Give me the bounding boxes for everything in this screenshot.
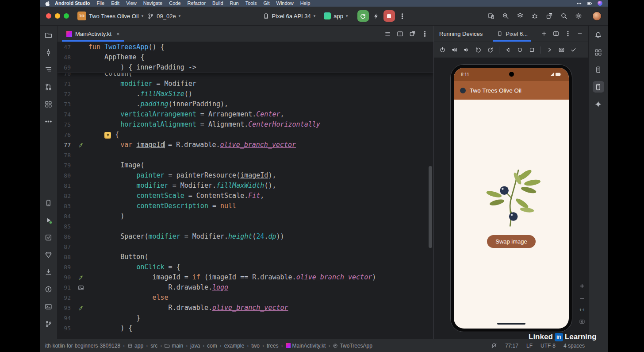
nav-back-icon[interactable] [505, 46, 511, 53]
tool-project-folder[interactable] [43, 29, 54, 41]
breadcrumb-item-ith-kotlin-for-beginners-3809128[interactable]: ith-kotlin-for-beginners-3809128 [45, 343, 120, 349]
profiler-icon[interactable] [531, 12, 538, 19]
close-window-button[interactable] [46, 13, 51, 19]
tool-problems[interactable] [43, 283, 54, 295]
gutter-image-icon[interactable] [76, 282, 86, 293]
line-number[interactable]: 83 [58, 201, 76, 211]
apply-changes-button[interactable] [373, 13, 380, 19]
tool-device-explorer-right[interactable] [593, 64, 604, 75]
user-avatar[interactable] [592, 12, 602, 21]
siri-icon[interactable] [598, 1, 602, 6]
power-icon[interactable] [439, 46, 446, 53]
tool-pull-requests[interactable] [43, 81, 54, 93]
device-selector[interactable]: Pixel 6a API 34 ▾ [263, 13, 316, 19]
line-number[interactable]: 87 [58, 242, 76, 252]
editor-scrollbar[interactable] [429, 166, 432, 248]
line-ending[interactable]: LF [526, 343, 533, 349]
minimize-window-button[interactable] [55, 13, 60, 19]
rotate-right-icon[interactable] [487, 46, 494, 53]
device-tab-pixel6[interactable]: Pixel 6... [492, 26, 532, 42]
code-editor[interactable]: 47fun TwoTreesApp() {48 AppTheme {69 ) {… [58, 42, 433, 339]
branch-selector[interactable]: 09_02e ▾ [147, 13, 180, 19]
line-number[interactable]: 80 [58, 170, 76, 181]
build-variants-icon[interactable] [517, 12, 524, 19]
breadcrumb-item-main[interactable]: main [165, 343, 183, 349]
tool-services[interactable] [43, 98, 54, 110]
menu-tools[interactable]: Tools [245, 0, 257, 7]
cursor-position[interactable]: 77:17 [505, 343, 518, 349]
line-number[interactable]: 95 [58, 323, 76, 333]
tool-app-quality[interactable] [43, 249, 54, 260]
line-number[interactable]: 47 [58, 42, 76, 52]
tool-gemini[interactable] [593, 98, 604, 110]
rerun-button[interactable] [357, 10, 369, 22]
breadcrumb-item-trees[interactable]: trees [267, 343, 279, 349]
menu-run[interactable]: Run [230, 0, 239, 7]
line-number[interactable]: 78 [58, 150, 76, 160]
minus-icon[interactable] [577, 31, 583, 37]
tool-todo[interactable] [43, 232, 54, 243]
breadcrumb-item-java[interactable]: java [190, 343, 200, 349]
breadcrumb-item-com[interactable]: com [207, 343, 217, 349]
line-number[interactable]: 48 [58, 52, 76, 62]
more-icon[interactable] [576, 1, 582, 6]
split-icon[interactable] [553, 31, 559, 37]
gutter-vector-icon[interactable] [76, 303, 86, 313]
breadcrumb-item-example[interactable]: example [224, 343, 244, 349]
screenshot-button[interactable] [579, 318, 585, 325]
stop-button[interactable] [383, 10, 395, 22]
kebab-icon[interactable] [422, 31, 428, 37]
menu-git[interactable]: Git [263, 0, 269, 7]
phone-screen[interactable]: 8:11 Two Trees Olive Oil [454, 68, 569, 329]
line-number[interactable]: 85 [58, 221, 76, 232]
encoding[interactable]: UTF-8 [540, 343, 556, 349]
line-number[interactable]: 79 [58, 160, 76, 170]
rotate-left-icon[interactable] [475, 46, 482, 53]
tool-notifications[interactable] [593, 29, 604, 41]
gutter-vector-icon[interactable] [76, 272, 86, 282]
line-number[interactable]: 77 [58, 140, 76, 150]
line-number[interactable]: 74 [58, 109, 76, 120]
swap-image-button[interactable]: Swap image [487, 235, 536, 248]
menu-view[interactable]: View [126, 0, 137, 7]
close-tab-icon[interactable]: × [116, 31, 120, 37]
line-number[interactable]: 70 [58, 73, 76, 79]
kebab-icon[interactable] [565, 31, 571, 37]
line-number[interactable]: 93 [58, 303, 76, 313]
menu-code[interactable]: Code [169, 0, 180, 7]
tool-structure[interactable] [43, 64, 54, 75]
breadcrumb-item-mainactivity-kt[interactable]: MainActivity.kt [286, 343, 326, 349]
menu-refactor[interactable]: Refactor [188, 0, 206, 7]
line-number[interactable]: 89 [58, 262, 76, 272]
nav-home-icon[interactable] [517, 46, 523, 53]
gutter-vector-icon[interactable] [76, 140, 86, 150]
tool-version-control[interactable] [43, 318, 54, 329]
battery-icon[interactable] [587, 1, 592, 6]
menu-edit[interactable]: Edit [111, 0, 119, 7]
breadcrumb-item-src[interactable]: src [150, 343, 157, 349]
intention-bulb-icon[interactable] [104, 132, 111, 139]
line-number[interactable]: 92 [58, 293, 76, 303]
split-icon[interactable] [397, 31, 403, 37]
apple-menu-icon[interactable] [45, 1, 50, 6]
more-actions-button[interactable] [399, 13, 406, 19]
zoom-in-button[interactable] [579, 283, 585, 289]
line-number[interactable]: 81 [58, 181, 76, 191]
indent-setting[interactable]: 4 spaces [564, 343, 585, 349]
detach-icon[interactable] [409, 31, 416, 37]
line-number[interactable]: 73 [58, 99, 76, 109]
line-number[interactable]: 71 [58, 79, 76, 89]
tool-commit[interactable] [43, 46, 54, 58]
line-number[interactable]: 88 [58, 252, 76, 262]
tool-services-grid[interactable] [593, 46, 604, 58]
search-actions-icon[interactable] [502, 12, 509, 19]
menu-build[interactable]: Build [212, 0, 223, 7]
list-lines-icon[interactable] [384, 31, 391, 37]
tool-more[interactable] [43, 116, 54, 127]
breadcrumb-item-twotreesapp[interactable]: TwoTreesApp [333, 343, 372, 349]
volume-up-icon[interactable] [451, 46, 458, 53]
tool-running-devices[interactable] [593, 81, 604, 93]
line-number[interactable]: 69 [58, 62, 76, 73]
menu-help[interactable]: Help [300, 0, 310, 7]
chevron-right-icon[interactable] [546, 46, 553, 53]
